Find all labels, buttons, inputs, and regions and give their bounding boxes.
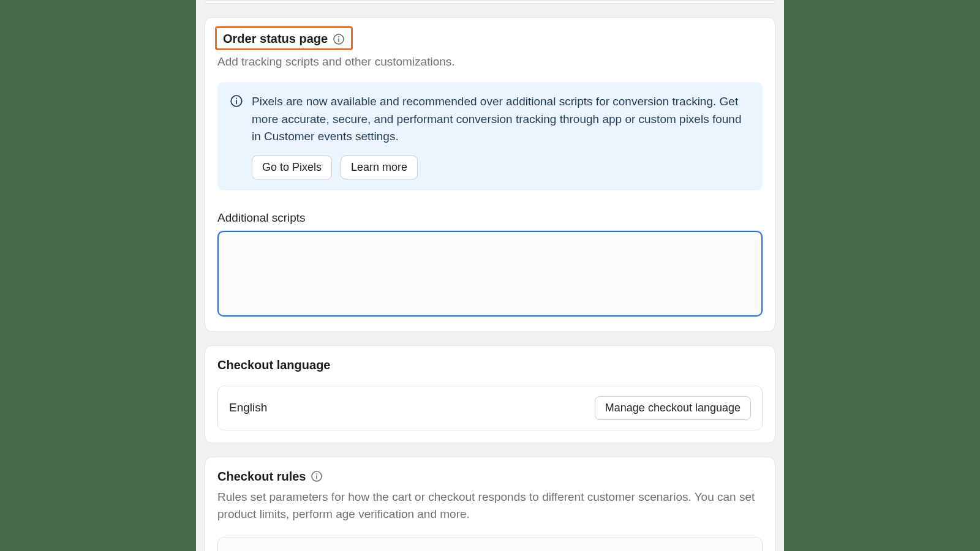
previous-card-edge: [205, 0, 775, 4]
info-icon[interactable]: [333, 33, 345, 45]
checkout-language-card: Checkout language English Manage checkou…: [205, 345, 775, 443]
checkout-rules-description: Rules set parameters for how the cart or…: [217, 489, 763, 523]
shopify-app-store-link[interactable]: Shopify App Store: [578, 549, 671, 552]
checkout-rules-empty-state: There are no apps installed with rules f…: [217, 537, 763, 552]
pixels-info-banner: Pixels are now available and recommended…: [217, 82, 763, 190]
checkout-rules-card: Checkout rules Rules set parameters for …: [205, 457, 775, 552]
current-language: English: [229, 401, 267, 414]
checkout-rules-title: Checkout rules: [217, 470, 306, 484]
banner-actions: Go to Pixels Learn more: [252, 156, 750, 179]
banner-body: Pixels are now available and recommended…: [252, 93, 750, 179]
info-icon[interactable]: [311, 470, 323, 482]
settings-scroll-region: Order status page Add tracking scripts a…: [196, 0, 784, 551]
order-status-subtitle: Add tracking scripts and other customiza…: [217, 55, 763, 69]
additional-scripts-textarea[interactable]: [217, 231, 763, 317]
banner-text: Pixels are now available and recommended…: [252, 93, 750, 146]
go-to-pixels-button[interactable]: Go to Pixels: [252, 156, 332, 179]
learn-more-button[interactable]: Learn more: [341, 156, 418, 179]
order-status-title: Order status page: [223, 32, 328, 46]
checkout-rules-title-row: Checkout rules: [217, 470, 763, 484]
additional-scripts-label: Additional scripts: [217, 211, 763, 225]
checkout-language-title: Checkout language: [217, 358, 763, 372]
svg-point-8: [316, 473, 317, 474]
manage-checkout-language-button[interactable]: Manage checkout language: [595, 396, 751, 420]
checkout-language-row: English Manage checkout language: [217, 386, 763, 430]
svg-point-2: [338, 36, 339, 37]
svg-point-5: [236, 98, 237, 99]
empty-text-prefix: There are no apps installed with rules f…: [230, 549, 578, 552]
order-status-title-row: Order status page: [215, 26, 353, 50]
empty-text-suffix: to install one.: [671, 549, 742, 552]
order-status-page-card: Order status page Add tracking scripts a…: [205, 17, 775, 332]
info-icon: [230, 94, 243, 110]
